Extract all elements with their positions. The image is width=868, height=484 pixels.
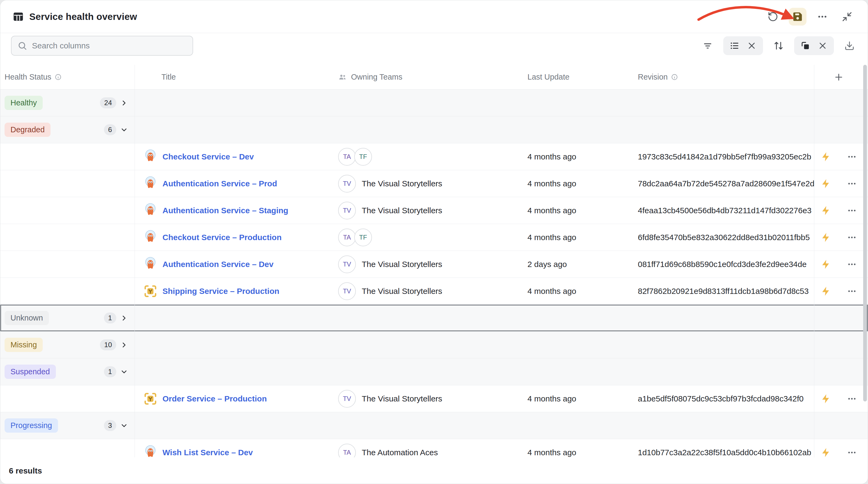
last-update-value: 2 days ago [527, 251, 567, 278]
chevron-right-icon[interactable] [120, 99, 128, 107]
row-menu-button[interactable] [846, 205, 858, 217]
service-title-link[interactable]: Checkout Service – Dev [162, 152, 254, 161]
squid-service-icon [143, 149, 158, 165]
package-service-icon [143, 283, 158, 299]
results-count: 6 results [9, 466, 42, 475]
squid-service-icon [143, 257, 158, 272]
service-title-link[interactable]: Authentication Service – Dev [162, 260, 273, 269]
vertical-scrollbar[interactable] [863, 65, 867, 457]
filter-button[interactable] [700, 38, 715, 53]
group-by-button[interactable] [798, 38, 813, 53]
clear-group-by-button[interactable] [815, 38, 830, 53]
column-label: Owning Teams [351, 73, 402, 82]
run-action-button[interactable] [820, 393, 832, 405]
row-menu-button[interactable] [846, 178, 858, 190]
lightning-icon [820, 178, 831, 189]
row-menu-button[interactable] [846, 393, 858, 405]
row-menu-button[interactable] [846, 447, 858, 458]
team-name: The Visual Storytellers [362, 394, 442, 403]
group-row-healthy[interactable]: Healthy 24 [0, 89, 868, 116]
package-service-icon [143, 391, 158, 406]
list-view-button[interactable] [727, 38, 742, 53]
avatar-initials: TA [343, 153, 351, 161]
service-title-link[interactable]: Shipping Service – Production [162, 287, 279, 296]
table-toolbar [0, 33, 868, 58]
chevron-right-icon[interactable] [120, 314, 128, 322]
team-avatars: TA TF [338, 229, 372, 246]
add-column-button[interactable] [834, 72, 844, 82]
team-avatars: TV [338, 255, 356, 273]
team-avatar[interactable]: TV [338, 390, 356, 408]
revision-value: 4feaa13cb4500e56db4db73211d147fd302276e3 [638, 197, 812, 224]
run-action-button[interactable] [820, 285, 832, 297]
more-horizontal-icon [847, 152, 857, 162]
group-row-missing[interactable]: Missing 10 [0, 332, 868, 359]
more-horizontal-icon [847, 206, 857, 216]
lightning-icon [820, 151, 831, 162]
group-by-icon [800, 40, 810, 51]
team-avatar[interactable]: TV [338, 255, 356, 273]
row-menu-button[interactable] [846, 258, 858, 270]
team-avatars: TA TF [338, 148, 372, 166]
group-count: 10 [100, 339, 116, 350]
team-avatar[interactable]: TV [338, 202, 356, 220]
service-row: Checkout Service – Production TA TF 4 mo… [0, 224, 868, 251]
row-menu-button[interactable] [846, 231, 858, 243]
undo-button[interactable] [764, 8, 782, 26]
more-horizontal-icon [817, 11, 828, 22]
status-badge: Unknown [5, 311, 49, 325]
group-count: 3 [104, 420, 116, 431]
run-action-button[interactable] [820, 177, 832, 190]
last-update-value: 4 months ago [527, 143, 576, 170]
team-avatar[interactable]: TF [354, 148, 372, 166]
column-label: Title [161, 73, 176, 82]
search-box [11, 36, 193, 56]
team-avatar[interactable]: TA [338, 229, 356, 246]
service-title-link[interactable]: Authentication Service – Staging [162, 206, 288, 215]
service-title-link[interactable]: Order Service – Production [162, 394, 267, 403]
row-menu-button[interactable] [846, 285, 858, 297]
info-icon[interactable] [55, 74, 62, 81]
service-title-link[interactable]: Authentication Service – Prod [162, 179, 277, 188]
team-avatars: TV [338, 282, 356, 300]
run-action-button[interactable] [820, 150, 832, 163]
sort-icon [773, 40, 784, 51]
team-avatar[interactable]: TF [354, 229, 372, 246]
group-row-degraded[interactable]: Degraded 6 [0, 116, 868, 143]
group-row-unknown[interactable]: Unknown 1 [0, 305, 868, 332]
collapse-button[interactable] [838, 8, 856, 26]
scrollbar-thumb[interactable] [863, 65, 867, 401]
run-action-button[interactable] [820, 258, 832, 271]
row-menu-button[interactable] [846, 151, 858, 163]
more-options-button[interactable] [813, 8, 831, 26]
run-action-button[interactable] [820, 231, 832, 244]
revision-value: 1d10b77c3a2a22c38f5f10a5dd0c4b10b66102ab [638, 439, 811, 457]
search-input[interactable] [31, 41, 187, 51]
group-row-progressing[interactable]: Progressing 3 [0, 412, 868, 439]
column-header-revision: Revision [638, 65, 678, 89]
chevron-down-icon[interactable] [120, 422, 128, 430]
column-divider [814, 65, 814, 457]
squid-service-icon [143, 230, 158, 245]
service-title-link[interactable]: Wish List Service – Dev [162, 448, 253, 457]
save-button[interactable] [789, 8, 806, 26]
team-avatar[interactable]: TV [338, 282, 356, 300]
run-action-button[interactable] [820, 446, 832, 458]
team-avatar[interactable]: TV [338, 175, 356, 193]
sort-button[interactable] [771, 38, 786, 53]
chevron-down-icon[interactable] [120, 368, 128, 376]
clear-list-view-button[interactable] [744, 38, 759, 53]
run-action-button[interactable] [820, 204, 832, 217]
service-title-link[interactable]: Checkout Service – Production [162, 233, 281, 242]
chevron-right-icon[interactable] [120, 341, 128, 349]
status-badge: Healthy [5, 96, 43, 110]
download-button[interactable] [842, 38, 857, 53]
info-icon[interactable] [671, 74, 678, 81]
more-horizontal-icon [847, 259, 857, 269]
team-avatar[interactable]: TA [338, 148, 356, 166]
list-icon [730, 40, 740, 51]
group-row-suspended[interactable]: Suspended 1 [0, 359, 868, 385]
status-badge: Missing [5, 338, 43, 352]
chevron-down-icon[interactable] [120, 126, 128, 134]
team-avatar[interactable]: TA [338, 444, 356, 458]
